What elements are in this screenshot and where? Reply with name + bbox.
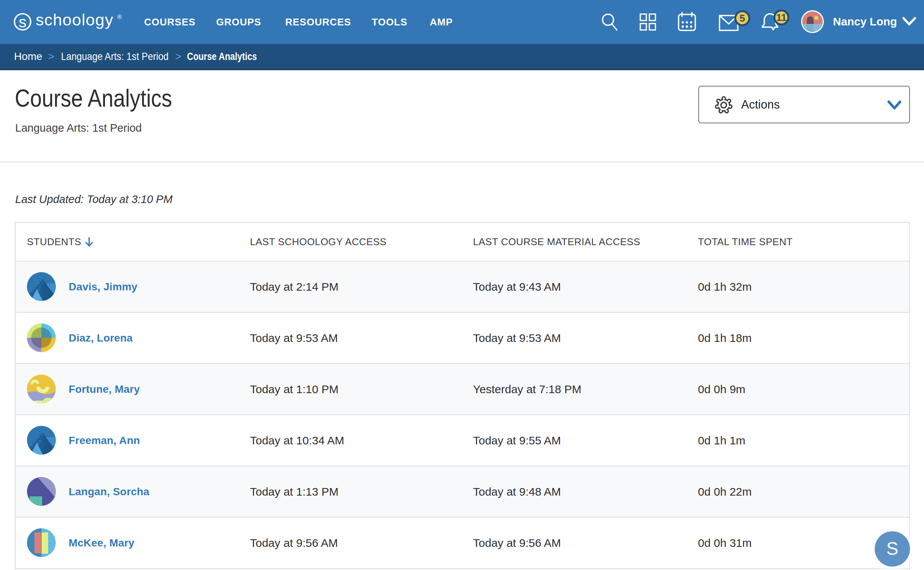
svg-text:s: s: [19, 13, 27, 31]
